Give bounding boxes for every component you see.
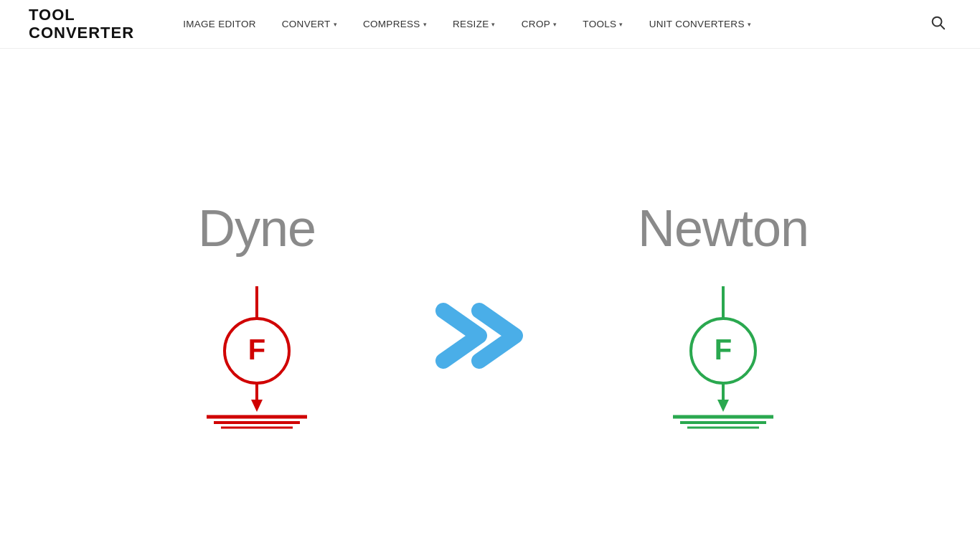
nav-label-tools: TOOLS — [583, 19, 616, 29]
nav-item-resize[interactable]: RESIZE▾ — [440, 0, 509, 49]
nav-item-image-editor[interactable]: IMAGE EDITOR — [170, 0, 269, 49]
left-unit-label: Dyne — [198, 199, 316, 258]
newton-force-icon: F — [651, 279, 795, 430]
nav-item-unit-converters[interactable]: UNIT CONVERTERS▾ — [636, 0, 764, 49]
nav-label-unit-converters: UNIT CONVERTERS — [649, 19, 745, 29]
left-unit-block: Dyne F — [95, 199, 418, 430]
search-icon[interactable] — [924, 9, 951, 39]
double-chevron-icon — [433, 293, 547, 379]
chevron-down-icon: ▾ — [423, 21, 427, 28]
right-unit-block: Newton F — [562, 199, 885, 430]
conversion-arrow-block — [418, 293, 562, 379]
nav-item-convert[interactable]: CONVERT▾ — [269, 0, 350, 49]
svg-text:F: F — [248, 334, 265, 365]
chevron-down-icon: ▾ — [553, 21, 557, 28]
dyne-force-icon: F — [185, 279, 329, 430]
nav-item-crop[interactable]: CROP▾ — [509, 0, 570, 49]
chevron-down-icon: ▾ — [748, 21, 751, 28]
svg-marker-6 — [251, 400, 263, 412]
right-unit-label: Newton — [638, 199, 809, 258]
main-nav: IMAGE EDITORCONVERT▾COMPRESS▾RESIZE▾CROP… — [170, 0, 924, 49]
nav-item-tools[interactable]: TOOLS▾ — [570, 0, 636, 49]
nav-label-crop: CROP — [522, 19, 550, 29]
header: TOOL CONVERTER IMAGE EDITORCONVERT▾COMPR… — [0, 0, 980, 49]
main-content: Dyne F Newton — [0, 49, 980, 551]
svg-marker-14 — [717, 400, 729, 412]
svg-text:F: F — [715, 334, 732, 365]
nav-label-image-editor: IMAGE EDITOR — [183, 19, 256, 29]
nav-item-compress[interactable]: COMPRESS▾ — [350, 0, 440, 49]
chevron-down-icon: ▾ — [334, 21, 337, 28]
nav-label-compress: COMPRESS — [363, 19, 420, 29]
nav-label-convert: CONVERT — [282, 19, 331, 29]
chevron-down-icon: ▾ — [491, 21, 495, 28]
chevron-down-icon: ▾ — [619, 21, 623, 28]
svg-line-1 — [941, 25, 944, 29]
nav-label-resize: RESIZE — [453, 19, 489, 29]
logo[interactable]: TOOL CONVERTER — [29, 6, 134, 41]
